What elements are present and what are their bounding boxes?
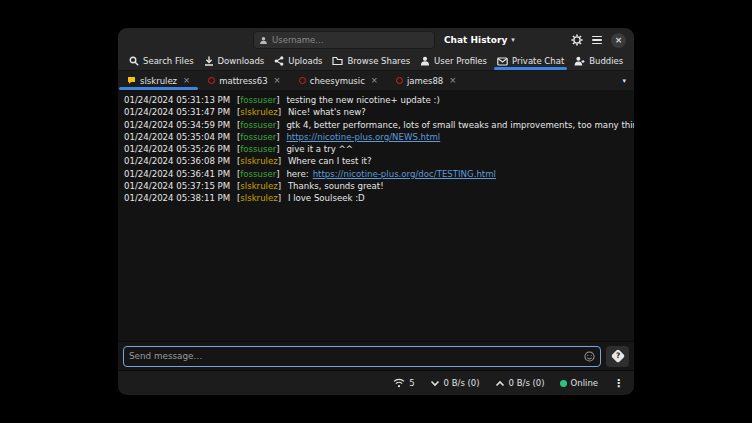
message-timestamp: 01/24/2024 05:36:08 PM bbox=[124, 156, 230, 166]
close-tab-icon[interactable]: × bbox=[371, 76, 378, 85]
status-bar: 5 0 B/s (0) 0 B/s (0) Online ⋮ bbox=[118, 370, 634, 395]
download-speed-value: 0 B/s (0) bbox=[444, 378, 480, 388]
message-timestamp: 01/24/2024 05:35:26 PM bbox=[124, 144, 230, 154]
message-link[interactable]: https://nicotine-plus.org/NEWS.html bbox=[286, 132, 440, 142]
tab-user-profiles[interactable]: User Profiles bbox=[415, 52, 492, 70]
offline-status-icon bbox=[299, 77, 306, 84]
chat-history-dropdown[interactable]: Chat History ▾ bbox=[444, 35, 515, 45]
chat-tab-james88[interactable]: james88 × bbox=[387, 71, 465, 90]
close-tab-icon[interactable]: × bbox=[274, 76, 281, 85]
message-text: give it a try ^^ bbox=[286, 144, 353, 154]
tab-overflow-dropdown[interactable]: ▾ bbox=[614, 71, 634, 90]
chat-message: 01/24/2024 05:38:11 PM [slskrulez] I lov… bbox=[124, 192, 628, 204]
message-nick: fossuser bbox=[240, 132, 276, 142]
tab-search-files[interactable]: Search Files bbox=[124, 52, 199, 70]
chat-message: 01/24/2024 05:31:47 PM [slskrulez] Nice!… bbox=[124, 106, 628, 118]
main-tab-bar: Search Files Downloads Uploads Browse Sh… bbox=[118, 52, 634, 71]
username-input[interactable] bbox=[272, 35, 429, 45]
tab-downloads[interactable]: Downloads bbox=[199, 52, 270, 70]
message-text: I love Soulseek :D bbox=[288, 193, 365, 203]
chat-message: 01/24/2024 05:35:26 PM [fossuser] give i… bbox=[124, 143, 628, 155]
mail-icon bbox=[497, 57, 508, 66]
composer-bar: ? bbox=[118, 341, 634, 370]
chat-tab-label: james88 bbox=[407, 76, 443, 86]
chat-tab-mattress63[interactable]: mattress63 × bbox=[199, 71, 290, 90]
close-tab-icon[interactable]: × bbox=[183, 76, 190, 85]
upload-speed-status[interactable]: 0 B/s (0) bbox=[495, 378, 545, 388]
message-nick: fossuser bbox=[240, 95, 276, 105]
search-icon bbox=[129, 56, 139, 66]
chat-history-label: Chat History bbox=[444, 35, 507, 45]
chevron-down-icon bbox=[430, 380, 440, 387]
chat-message: 01/24/2024 05:35:04 PM [fossuser] https:… bbox=[124, 131, 628, 143]
message-text: here: bbox=[286, 169, 308, 179]
menu-button[interactable] bbox=[592, 36, 602, 45]
chat-message: 01/24/2024 05:34:59 PM [fossuser] gtk 4,… bbox=[124, 119, 628, 131]
message-timestamp: 01/24/2024 05:31:47 PM bbox=[124, 107, 230, 117]
tab-label: Private Chat bbox=[512, 56, 564, 66]
chat-message: 01/24/2024 05:37:15 PM [slskrulez] Thank… bbox=[124, 180, 628, 192]
message-nick: fossuser bbox=[240, 169, 276, 179]
username-entry[interactable] bbox=[253, 31, 435, 49]
message-timestamp: 01/24/2024 05:31:13 PM bbox=[124, 95, 230, 105]
message-entry[interactable] bbox=[123, 346, 601, 367]
tab-label: Buddies bbox=[589, 56, 623, 66]
message-nick: slskrulez bbox=[240, 181, 277, 191]
kebab-icon: ⋮ bbox=[613, 377, 624, 390]
offline-status-icon bbox=[208, 77, 215, 84]
message-timestamp: 01/24/2024 05:36:41 PM bbox=[124, 169, 230, 179]
chat-tab-bar: slskrulez × mattress63 × cheesymusic × j… bbox=[118, 71, 634, 90]
chat-tab-label: cheesymusic bbox=[310, 76, 365, 86]
message-nick: fossuser bbox=[240, 144, 276, 154]
tab-browse-shares[interactable]: Browse Shares bbox=[327, 52, 415, 70]
close-icon: × bbox=[615, 36, 623, 45]
chat-message: 01/24/2024 05:31:13 PM [fossuser] testin… bbox=[124, 94, 628, 106]
preferences-button[interactable] bbox=[571, 34, 583, 46]
download-speed-status[interactable]: 0 B/s (0) bbox=[430, 378, 480, 388]
chat-bubble-icon bbox=[633, 56, 634, 66]
chevron-down-icon: ▾ bbox=[511, 37, 515, 44]
online-status-icon bbox=[560, 380, 567, 387]
chat-message: 01/24/2024 05:36:08 PM [slskrulez] Where… bbox=[124, 155, 628, 167]
tab-label: Browse Shares bbox=[347, 56, 410, 66]
tab-chat-rooms[interactable]: Chat Rooms bbox=[628, 52, 634, 70]
chat-command-help-button[interactable]: ? bbox=[606, 346, 629, 367]
message-timestamp: 01/24/2024 05:38:11 PM bbox=[124, 193, 230, 203]
help-diamond-icon: ? bbox=[610, 349, 624, 363]
tab-label: Uploads bbox=[288, 56, 322, 66]
message-timestamp: 01/24/2024 05:34:59 PM bbox=[124, 120, 230, 130]
message-link[interactable]: https://nicotine-plus.org/doc/TESTING.ht… bbox=[313, 169, 496, 179]
connections-count: 5 bbox=[409, 378, 414, 388]
download-icon bbox=[204, 56, 214, 66]
connection-status[interactable]: Online bbox=[560, 378, 598, 388]
chat-tab-cheesymusic[interactable]: cheesymusic × bbox=[290, 71, 387, 90]
share-icon bbox=[274, 56, 284, 66]
tab-label: User Profiles bbox=[434, 56, 487, 66]
emoji-icon[interactable] bbox=[584, 351, 595, 362]
titlebar: Chat History ▾ bbox=[118, 28, 634, 52]
wifi-icon bbox=[393, 378, 405, 388]
tab-label: Downloads bbox=[218, 56, 265, 66]
person-icon bbox=[420, 56, 430, 66]
tab-private-chat[interactable]: Private Chat bbox=[492, 52, 569, 70]
message-text: Thanks, sounds great! bbox=[288, 181, 384, 191]
highlight-bubble-icon bbox=[127, 76, 136, 85]
close-window-button[interactable]: × bbox=[611, 33, 626, 48]
status-menu-button[interactable]: ⋮ bbox=[613, 377, 624, 390]
message-text: Where can I test it? bbox=[288, 156, 372, 166]
upload-speed-value: 0 B/s (0) bbox=[509, 378, 545, 388]
tab-uploads[interactable]: Uploads bbox=[269, 52, 327, 70]
tab-label: Search Files bbox=[143, 56, 194, 66]
tab-buddies[interactable]: Buddies bbox=[569, 52, 628, 70]
person-icon bbox=[259, 36, 268, 45]
folder-icon bbox=[332, 56, 343, 66]
close-tab-icon[interactable]: × bbox=[449, 76, 456, 85]
person-add-icon bbox=[574, 56, 585, 66]
message-input[interactable] bbox=[129, 351, 584, 361]
chat-tab-slskrulez[interactable]: slskrulez × bbox=[118, 71, 199, 90]
message-timestamp: 01/24/2024 05:37:15 PM bbox=[124, 181, 230, 191]
connections-status[interactable]: 5 bbox=[393, 378, 414, 388]
message-nick: fossuser bbox=[240, 120, 276, 130]
gear-icon bbox=[571, 34, 583, 46]
message-nick: slskrulez bbox=[240, 193, 277, 203]
